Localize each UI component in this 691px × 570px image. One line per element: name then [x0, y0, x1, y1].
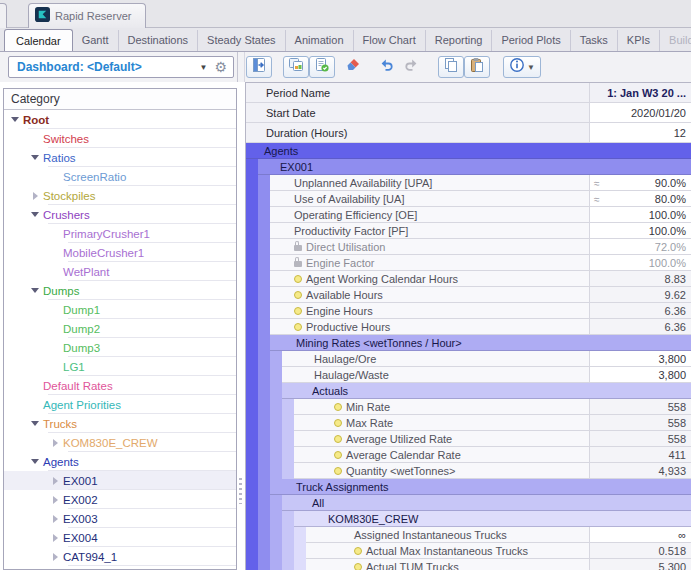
tab-flow-chart[interactable]: Flow Chart — [354, 30, 426, 51]
grid-row-engine-hours[interactable]: Engine Hours6.36 — [246, 303, 691, 319]
tree-item-trucks[interactable]: Trucks — [4, 414, 236, 433]
chevron-down-icon[interactable]: ▼ — [193, 63, 215, 72]
tree-item-ex002[interactable]: EX002 — [4, 490, 236, 509]
tree-item-mobilecrusher1[interactable]: MobileCrusher1 — [4, 243, 236, 262]
expand-arrow-icon[interactable] — [50, 515, 60, 523]
tab-build-targe[interactable]: Build Targe — [660, 30, 691, 51]
tree-item-cat994-2[interactable]: CAT994_2 — [4, 566, 236, 570]
tree-item-agents[interactable]: Agents — [4, 452, 236, 471]
info-button[interactable]: ▼ — [503, 56, 541, 78]
tab-calendar[interactable]: Calendar — [4, 29, 73, 52]
tree-item-primarycrusher1[interactable]: PrimaryCrusher1 — [4, 224, 236, 243]
grid-row-assigned-instantaneous-trucks[interactable]: Assigned Instantaneous Trucks∞ — [246, 527, 691, 543]
grid-row-actual-max-instantaneous-trucks[interactable]: Actual Max Instantaneous Trucks0.518 — [246, 543, 691, 559]
grid-row-min-rate[interactable]: Min Rate558 — [246, 399, 691, 415]
section-row-actuals[interactable]: Actuals — [246, 383, 691, 399]
previous-window-tab[interactable] — [0, 3, 7, 28]
tab-animation[interactable]: Animation — [286, 30, 354, 51]
tab-reporting[interactable]: Reporting — [426, 30, 493, 51]
gear-icon[interactable]: ⚙ — [214, 60, 233, 74]
row-value[interactable]: 411 — [589, 447, 691, 463]
grid-row-operating-efficiency-oe[interactable]: Operating Efficiency [OE]100.0% — [246, 207, 691, 223]
row-value[interactable]: 6.36 — [589, 303, 691, 319]
row-value[interactable]: ∞ — [589, 527, 691, 543]
grid-row-max-rate[interactable]: Max Rate558 — [246, 415, 691, 431]
tab-tasks[interactable]: Tasks — [571, 30, 618, 51]
row-value[interactable]: 3,800 — [589, 367, 691, 383]
grid-row-agent-working-calendar-hours[interactable]: Agent Working Calendar Hours8.83 — [246, 271, 691, 287]
tree-item-agent-priorities[interactable]: Agent Priorities — [4, 395, 236, 414]
grid-row-start-date[interactable]: Start Date2020/01/20 — [246, 103, 691, 123]
grid-row-haulage-ore[interactable]: Haulage/Ore3,800 — [246, 351, 691, 367]
tree-item-root[interactable]: Root — [4, 110, 236, 129]
section-row-ex001[interactable]: EX001 — [246, 159, 691, 175]
grid-row-engine-factor[interactable]: Engine Factor100.0% — [246, 255, 691, 271]
tree-item-dumps[interactable]: Dumps — [4, 281, 236, 300]
collapse-arrow-icon[interactable] — [30, 459, 40, 464]
panel-splitter-handle[interactable] — [239, 478, 242, 504]
row-value[interactable]: 12 — [589, 123, 691, 143]
row-value[interactable]: 3,800 — [589, 351, 691, 367]
grid-row-period-name[interactable]: Period Name1: Jan W3 20 ... — [246, 83, 691, 103]
eraser-button[interactable] — [340, 56, 366, 78]
expand-arrow-icon[interactable] — [50, 534, 60, 542]
row-value[interactable]: 1: Jan W3 20 ... — [589, 83, 691, 103]
row-value[interactable]: 100.0% — [589, 207, 691, 223]
grid-row-duration-hours[interactable]: Duration (Hours)12 — [246, 123, 691, 143]
grid-row-productive-hours[interactable]: Productive Hours6.36 — [246, 319, 691, 335]
window-tab-rapid-reserver[interactable]: Rapid Reserver — [28, 3, 146, 28]
expand-arrow-icon[interactable] — [30, 192, 40, 200]
section-row-truck-assignments[interactable]: Truck Assignments — [246, 479, 691, 495]
collapse-arrow-icon[interactable] — [30, 421, 40, 426]
tree-item-crushers[interactable]: Crushers — [4, 205, 236, 224]
export-panel-button[interactable] — [246, 56, 272, 78]
clone-view-button[interactable] — [283, 56, 309, 78]
row-value[interactable]: 558 — [589, 415, 691, 431]
paste-button[interactable] — [464, 56, 490, 78]
row-value[interactable]: 8.83 — [589, 271, 691, 287]
section-row-mining-rates-wettonnes-hour[interactable]: Mining Rates <wetTonnes / Hour> — [246, 335, 691, 351]
tree-item-ratios[interactable]: Ratios — [4, 148, 236, 167]
collapse-arrow-icon[interactable] — [30, 155, 40, 160]
grid-row-productivity-factor-pf[interactable]: Productivity Factor [PF]100.0% — [246, 223, 691, 239]
section-row-all[interactable]: All — [246, 495, 691, 511]
row-value[interactable]: 558 — [589, 399, 691, 415]
grid-row-haulage-waste[interactable]: Haulage/Waste3,800 — [246, 367, 691, 383]
tree-item-ex001[interactable]: EX001 — [4, 471, 236, 490]
tree-item-ex004[interactable]: EX004 — [4, 528, 236, 547]
dashboard-selector[interactable]: Dashboard: <Default> ▼ ⚙ — [8, 56, 234, 78]
tab-kpis[interactable]: KPIs — [618, 30, 660, 51]
row-value[interactable]: 72.0% — [589, 239, 691, 255]
row-value[interactable]: 9.62 — [589, 287, 691, 303]
grid-row-average-calendar-rate[interactable]: Average Calendar Rate411 — [246, 447, 691, 463]
tab-gantt[interactable]: Gantt — [73, 30, 119, 51]
tree-item-cat994-1[interactable]: CAT994_1 — [4, 547, 236, 566]
tree-item-dump3[interactable]: Dump3 — [4, 338, 236, 357]
tree-item-stockpiles[interactable]: Stockpiles — [4, 186, 236, 205]
tree-item-wetplant[interactable]: WetPlant — [4, 262, 236, 281]
tree-item-screenratio[interactable]: ScreenRatio — [4, 167, 236, 186]
row-value[interactable]: 100.0% — [589, 255, 691, 271]
row-value[interactable]: 2020/01/20 — [589, 103, 691, 123]
tree-item-ex003[interactable]: EX003 — [4, 509, 236, 528]
tree-item-switches[interactable]: Switches — [4, 129, 236, 148]
expand-arrow-icon[interactable] — [50, 439, 60, 447]
tree-item-kom830e-crew[interactable]: KOM830E_CREW — [4, 433, 236, 452]
row-value[interactable]: 558 — [589, 431, 691, 447]
row-value[interactable]: 100.0% — [589, 223, 691, 239]
section-row-agents[interactable]: Agents — [246, 143, 691, 159]
collapse-arrow-icon[interactable] — [30, 212, 40, 217]
collapse-arrow-icon[interactable] — [10, 117, 20, 122]
section-row-kom830e-crew[interactable]: KOM830E_CREW — [246, 511, 691, 527]
row-value[interactable]: ≈80.0% — [589, 191, 691, 207]
tree-item-default-rates[interactable]: Default Rates — [4, 376, 236, 395]
expand-arrow-icon[interactable] — [50, 477, 60, 485]
validate-button[interactable] — [309, 56, 335, 78]
tab-steady-states[interactable]: Steady States — [198, 30, 286, 51]
redo-button[interactable] — [398, 56, 424, 78]
grid-row-use-of-availability-ua[interactable]: Use of Availability [UA]≈80.0% — [246, 191, 691, 207]
grid-row-unplanned-availability-upa[interactable]: Unplanned Availability [UPA]≈90.0% — [246, 175, 691, 191]
copy-button[interactable] — [438, 56, 464, 78]
expand-arrow-icon[interactable] — [50, 496, 60, 504]
tree-item-lg1[interactable]: LG1 — [4, 357, 236, 376]
